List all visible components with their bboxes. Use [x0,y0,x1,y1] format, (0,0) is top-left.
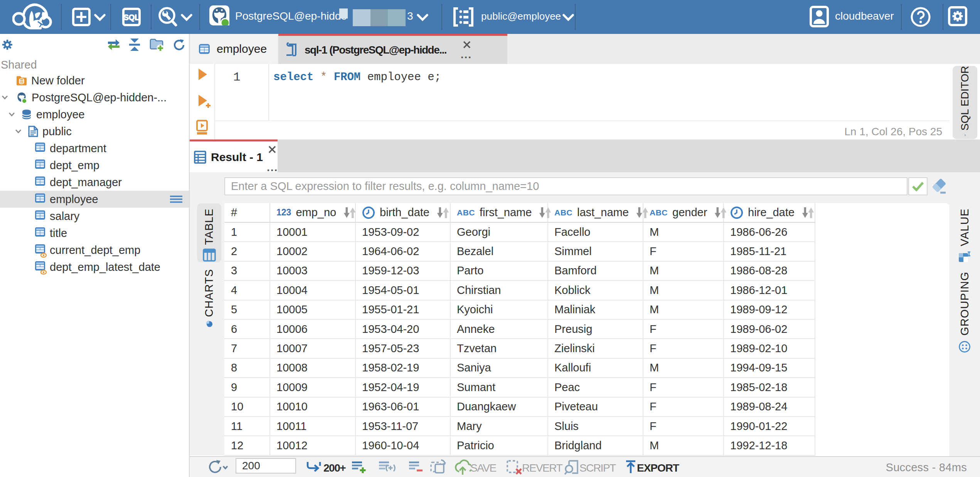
svg-text:SQL: SQL [123,13,139,22]
